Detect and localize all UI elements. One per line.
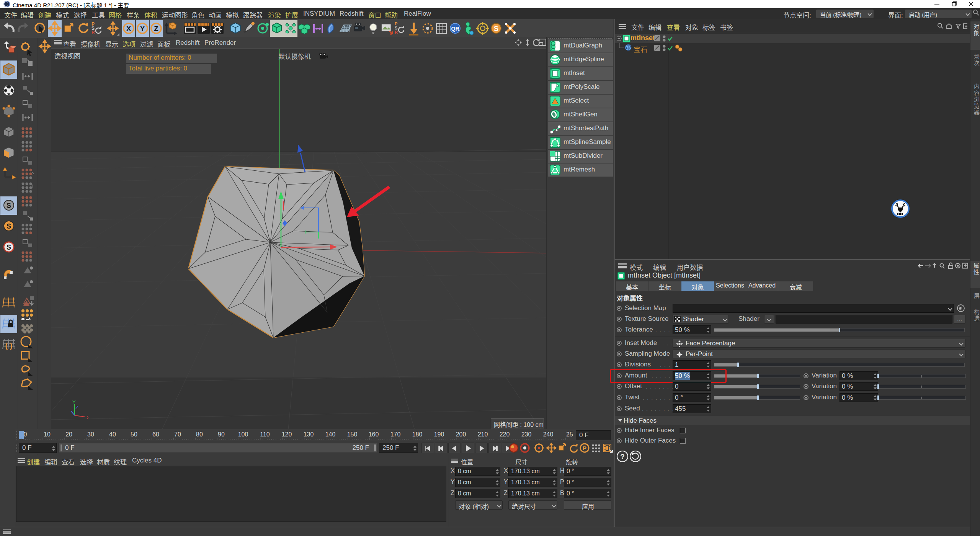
svg-text:180: 180: [412, 431, 423, 438]
svg-text:R: R: [395, 30, 398, 34]
svg-text:S: S: [7, 202, 11, 209]
svg-text:110: 110: [260, 431, 270, 438]
svg-text:160: 160: [369, 431, 379, 438]
svg-text:S: S: [7, 243, 11, 251]
svg-text:S: S: [494, 25, 498, 33]
svg-text:210: 210: [478, 431, 488, 438]
svg-text:?: ?: [620, 453, 625, 461]
svg-text:200: 200: [456, 431, 466, 438]
svg-text:Z: Z: [75, 405, 78, 410]
svg-text:X: X: [126, 25, 131, 33]
svg-text:QR: QR: [451, 26, 459, 32]
svg-text:X: X: [87, 415, 88, 420]
svg-text:40: 40: [109, 431, 116, 438]
svg-text:80: 80: [196, 431, 203, 438]
svg-text:S: S: [7, 222, 11, 230]
svg-text:10: 10: [44, 431, 51, 438]
svg-text:60: 60: [152, 431, 159, 438]
svg-text:25: 25: [566, 431, 573, 438]
svg-text:220: 220: [500, 431, 510, 438]
svg-text:Y: Y: [140, 25, 145, 33]
svg-text:P: P: [583, 445, 586, 451]
svg-text:150: 150: [347, 431, 358, 438]
svg-text:20: 20: [65, 431, 72, 438]
svg-text:50: 50: [131, 431, 137, 438]
svg-text:240: 240: [543, 431, 554, 438]
svg-text:90: 90: [218, 431, 225, 438]
svg-text:( ): ( ): [5, 342, 13, 350]
svg-text:Z: Z: [154, 25, 158, 33]
svg-text:0: 0: [24, 431, 27, 438]
svg-text:130: 130: [304, 431, 314, 438]
svg-text:30: 30: [87, 431, 94, 438]
svg-text:190: 190: [434, 431, 444, 438]
svg-text:Y: Y: [72, 399, 76, 405]
svg-text:170: 170: [390, 431, 401, 438]
svg-text:70: 70: [174, 431, 181, 438]
svg-text:230: 230: [521, 431, 532, 438]
svg-text:120: 120: [282, 431, 292, 438]
svg-text:R: R: [91, 30, 95, 35]
svg-text:140: 140: [325, 431, 336, 438]
svg-text:100: 100: [238, 431, 248, 438]
